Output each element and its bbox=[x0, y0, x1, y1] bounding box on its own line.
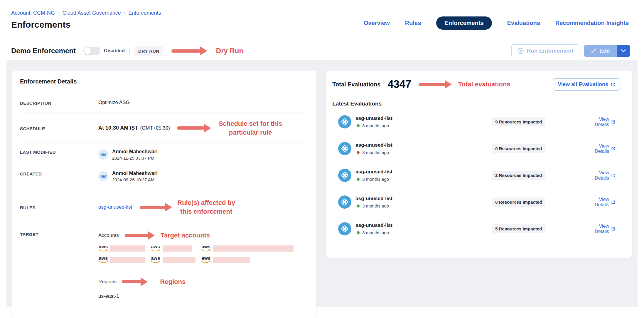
annotation-arrow bbox=[177, 124, 211, 133]
pencil-icon bbox=[591, 48, 596, 54]
evaluations-card: Total Evaluations 4347 Total evaluations… bbox=[326, 71, 632, 258]
accounts-annotation: Target accounts bbox=[161, 232, 210, 239]
schedule-label: SCHEDULE bbox=[20, 125, 98, 131]
schedule-annotation: Schedule set for this particular rule bbox=[219, 119, 282, 137]
dry-run-annotation: Dry Run bbox=[216, 47, 243, 55]
view-details-link[interactable]: View Details bbox=[591, 143, 615, 154]
description-value: Optimize ASG bbox=[98, 100, 309, 106]
breadcrumb-separator-icon: › bbox=[124, 10, 126, 16]
status-dot bbox=[357, 178, 360, 181]
status-dot bbox=[357, 205, 360, 207]
last-modified-label: LAST MODIFIED bbox=[20, 149, 98, 160]
edit-dropdown-button[interactable] bbox=[616, 45, 630, 57]
schedule-section: SCHEDULE At 10:30 AM IST (GMT+05:30) Sch… bbox=[20, 113, 309, 143]
tab-rules[interactable]: Rules bbox=[405, 20, 421, 26]
view-details-link[interactable]: View Details bbox=[591, 117, 615, 127]
resources-impacted-badge: 2 Resources Impacted bbox=[492, 171, 545, 180]
page-title: Enforcements bbox=[11, 20, 161, 30]
avatar: AM bbox=[98, 171, 108, 181]
resources-impacted-badge: 5 Resources Impacted bbox=[492, 224, 545, 233]
last-modified-section: LAST MODIFIED AM Anmol Maheshwari 2024-1… bbox=[20, 143, 309, 163]
aws-logo-icon: aws bbox=[151, 256, 161, 263]
view-all-evaluations-button[interactable]: View all Evaluations bbox=[553, 78, 620, 91]
evaluation-rule-name: asg-unused-list bbox=[355, 142, 482, 148]
aws-logo-icon: aws bbox=[98, 256, 108, 263]
aws-account-item: aws bbox=[201, 256, 309, 263]
evaluation-time: 3 months ago bbox=[362, 177, 389, 182]
region-value: us-east-1 bbox=[98, 293, 309, 299]
evaluations-list: asg-unused-list 3 months ago 9 Resources… bbox=[326, 115, 632, 235]
status-dot bbox=[357, 151, 360, 154]
breadcrumb-account[interactable]: Account: CCM-NG bbox=[11, 10, 55, 16]
breadcrumb-governance[interactable]: Cloud Asset Governance bbox=[63, 10, 121, 16]
evaluation-time: 3 months ago bbox=[362, 203, 389, 208]
redacted-account-name bbox=[163, 245, 192, 252]
enforcement-header: Demo Enforcement Disabled | DRY RUN Dry … bbox=[6, 42, 638, 60]
tab-overview[interactable]: Overview bbox=[364, 20, 390, 26]
external-link-icon bbox=[611, 82, 615, 87]
tab-bar: Overview Rules Enforcements Evaluations … bbox=[364, 16, 629, 30]
external-link-icon bbox=[611, 200, 615, 204]
breadcrumb-separator-icon: › bbox=[58, 10, 60, 16]
regions-label: Regions bbox=[98, 279, 117, 285]
evaluation-row: asg-unused-list 3 months ago 2 Resources… bbox=[326, 169, 632, 182]
view-details-link[interactable]: View Details bbox=[591, 170, 615, 181]
created-label: CREATED bbox=[20, 170, 98, 182]
schedule-timezone: (GMT+05:30) bbox=[140, 125, 170, 131]
external-link-icon bbox=[611, 120, 615, 124]
total-evaluations-annotation: Total evaluations bbox=[458, 81, 510, 88]
edit-split-button: Edit bbox=[584, 45, 630, 57]
accounts-label: Accounts bbox=[98, 232, 119, 238]
evaluation-rule-name: asg-unused-list bbox=[355, 169, 482, 175]
resources-impacted-badge: 0 Resources Impacted bbox=[492, 198, 545, 207]
aws-logo-icon: aws bbox=[201, 245, 211, 252]
redacted-account-name bbox=[213, 257, 250, 263]
target-label: TARGET bbox=[20, 231, 98, 299]
evaluation-rule-name: asg-unused-list bbox=[355, 116, 482, 121]
created-name: Anmol Maheshwari bbox=[112, 170, 158, 176]
asg-rule-icon bbox=[338, 142, 351, 155]
schedule-value: At 10:30 AM IST bbox=[98, 125, 138, 131]
annotation-arrow bbox=[419, 80, 452, 89]
breadcrumb: Account: CCM-NG › Cloud Asset Governance… bbox=[11, 10, 161, 16]
tab-recommendation-insights[interactable]: Recommendation Insights bbox=[555, 20, 629, 26]
view-details-link[interactable]: View Details bbox=[591, 224, 615, 234]
rules-annotation: Rule(s) affected by this enforcement bbox=[177, 198, 235, 216]
description-section: DESCRIPTION Optimize ASG bbox=[20, 94, 309, 113]
evaluation-time: 3 months ago bbox=[362, 150, 389, 155]
last-modified-name: Anmol Maheshwari bbox=[112, 149, 158, 155]
status-dot bbox=[357, 231, 360, 234]
evaluation-row: asg-unused-list 3 months ago 0 Resources… bbox=[326, 195, 632, 209]
enabled-toggle[interactable] bbox=[83, 47, 100, 55]
total-evaluations-value: 4347 bbox=[387, 78, 411, 91]
rule-link[interactable]: asg-unused-list bbox=[98, 204, 132, 210]
aws-logo-icon: aws bbox=[151, 245, 161, 252]
tab-evaluations[interactable]: Evaluations bbox=[507, 20, 540, 26]
status-dot bbox=[357, 124, 360, 127]
external-link-icon bbox=[611, 173, 615, 178]
resources-impacted-badge: 9 Resources Impacted bbox=[492, 117, 545, 126]
content-area: Enforcement Details DESCRIPTION Optimize… bbox=[6, 60, 638, 307]
tab-enforcements[interactable]: Enforcements bbox=[436, 16, 492, 30]
redacted-account-name bbox=[110, 257, 145, 263]
aws-accounts-grid: aws aws aws aws aws aws bbox=[98, 245, 309, 263]
external-link-icon bbox=[611, 227, 615, 231]
regions-annotation: Regions bbox=[160, 278, 186, 286]
edit-button[interactable]: Edit bbox=[584, 45, 616, 57]
breadcrumb-enforcements[interactable]: Enforcements bbox=[129, 10, 161, 16]
enforcement-name: Demo Enforcement bbox=[11, 47, 76, 55]
evaluation-row: asg-unused-list 3 months ago 0 Resources… bbox=[326, 142, 632, 155]
rules-section: RULES asg-unused-list Rule(s) affected b… bbox=[20, 191, 309, 223]
dry-run-badge: DRY RUN bbox=[134, 46, 163, 56]
evaluation-time: 3 months ago bbox=[362, 230, 389, 235]
vertical-divider: | bbox=[129, 48, 130, 54]
toggle-knob bbox=[84, 47, 91, 55]
redacted-account-name bbox=[213, 245, 294, 252]
chevron-down-icon bbox=[621, 49, 626, 53]
view-details-link[interactable]: View Details bbox=[591, 197, 615, 207]
run-enforcement-button[interactable]: Run Enforcement bbox=[511, 44, 579, 57]
total-evaluations-label: Total Evaluations bbox=[332, 81, 380, 88]
resources-impacted-badge: 0 Resources Impacted bbox=[492, 144, 545, 153]
annotation-arrow bbox=[125, 231, 155, 240]
toggle-state-label: Disabled bbox=[104, 48, 125, 54]
